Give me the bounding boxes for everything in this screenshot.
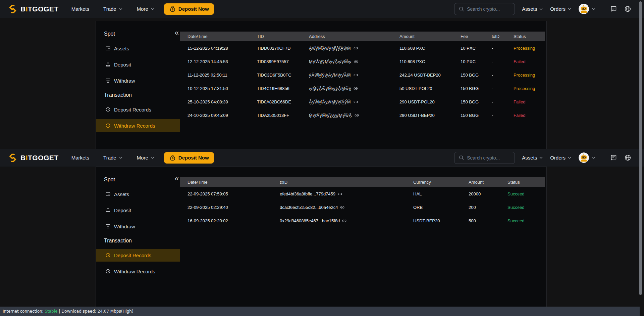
- orders-menu[interactable]: Orders: [550, 155, 572, 161]
- sidebar-collapse-icon[interactable]: «: [175, 175, 179, 182]
- nav-markets[interactable]: Markets: [71, 155, 89, 161]
- deposit-records-view: BITGOGET Markets Trade More Deposit Now …: [0, 149, 644, 307]
- nav-trade[interactable]: Trade: [103, 155, 123, 161]
- link-icon[interactable]: [354, 73, 358, 77]
- obfuscated-address: Ȃ͓y̱̆ẃ͂M̰̋Ǎ́y͓͖ẉ̂M͚̐y̱̏w͓̆Á̰y͛́Ṃ̆: [309, 99, 351, 104]
- chat-support-icon[interactable]: [610, 5, 617, 12]
- address-cell: M͓̂y̱̋W̆͂v̰̑ý͓M͖̐ẉ́y͚̌Ȁ̱w͓͂y̰̆M̑́w͓̣: [309, 59, 399, 64]
- scrollbar-thumb[interactable]: [639, 1, 642, 295]
- address-cell: Ḿ͓w̱̑A̋͂y̰̆M̂́w͖̐ỵ́A͓͚w̱̌M͓̆y̰̏ẃ̆Ạ̑: [309, 113, 399, 118]
- withdraw-records-view: BITGOGET Markets Trade More Deposit Now …: [0, 0, 644, 149]
- brand-logo[interactable]: BITGOGET: [8, 153, 59, 163]
- sidebar-item-deposit[interactable]: Deposit: [96, 202, 180, 218]
- obfuscated-address: w͓̆Ḿ̱y̋͂Â̰w̐́y͖̑Ṃ̌w͓͚ý̱Ă͓M̰̏w͛́ỵ̈: [309, 86, 351, 91]
- top-navbar: BITGOGET Markets Trade More Deposit Now …: [0, 149, 644, 167]
- main-nav: Markets Trade More: [71, 155, 155, 161]
- divider: [603, 6, 603, 12]
- search-input[interactable]: [467, 6, 511, 12]
- tid-cell: TIDA2505013FF: [257, 113, 309, 118]
- amount-cell: 110.608 PXC: [399, 59, 461, 64]
- globe-language-icon[interactable]: [624, 154, 631, 161]
- sidebar-item-deposit[interactable]: Deposit: [96, 56, 180, 73]
- txid-cell: efed4bf36a8fbffe...779d7459: [280, 191, 413, 196]
- link-icon[interactable]: [338, 192, 342, 196]
- fee-cell: 10 PXC: [461, 46, 492, 51]
- connection-state: Stable: [45, 309, 57, 314]
- currency-cell: ORB: [413, 205, 469, 210]
- sidebar-item-deposit-records[interactable]: Deposit Records: [96, 249, 180, 262]
- navbar-right: Assets Orders: [454, 3, 631, 15]
- txid-cell: -: [492, 113, 514, 118]
- assets-icon: [105, 46, 111, 51]
- sidebar-item-assets[interactable]: Assets: [96, 186, 180, 202]
- robot-avatar-icon: [579, 152, 589, 163]
- date-time-cell: 10-12-2025 17:31:50: [187, 86, 257, 91]
- sidebar-item-deposit-records[interactable]: Deposit Records: [96, 101, 180, 118]
- deposit-now-button[interactable]: Deposit Now: [164, 152, 214, 164]
- amount-cell: 500: [469, 218, 507, 223]
- date-time-cell: 11-12-2025 02:50:11: [187, 73, 257, 78]
- column-header: Status: [507, 180, 545, 185]
- nav-markets[interactable]: Markets: [71, 6, 89, 12]
- link-icon[interactable]: [340, 205, 344, 210]
- sidebar-item-withdraw[interactable]: Withdraw: [96, 218, 180, 234]
- search-input[interactable]: [467, 155, 511, 161]
- assets-menu[interactable]: Assets: [522, 155, 543, 161]
- status-badge: Processing: [514, 46, 546, 51]
- deposit-icon: [105, 62, 111, 67]
- amount-cell: 242.24 USDT-BEP20: [399, 73, 461, 78]
- history-clock-icon: [105, 123, 111, 128]
- link-icon[interactable]: [354, 59, 358, 64]
- address-cell: w͓̆Ḿ̱y̋͂Â̰w̐́y͖̑Ṃ̌w͓͚ý̱Ă͓M̰̏w͛́ỵ̈: [309, 86, 399, 91]
- column-header: txID: [492, 34, 514, 39]
- link-icon[interactable]: [354, 100, 358, 104]
- fee-cell: 10 PXC: [461, 59, 492, 64]
- orders-menu[interactable]: Orders: [550, 6, 572, 12]
- obfuscated-address: M͓̂y̱̋W̆͂v̰̑ý͓M͖̐ẉ́y͚̌Ȁ̱w͓͂y̰̆M̑́w͓̣: [309, 59, 352, 64]
- navbar-right: Assets Orders: [454, 152, 631, 164]
- status-badge: Failed: [514, 113, 546, 118]
- status-badge: Succeed: [507, 218, 546, 223]
- account-menu[interactable]: [579, 152, 596, 163]
- link-icon[interactable]: [355, 113, 359, 118]
- globe-language-icon[interactable]: [624, 5, 631, 12]
- sidebar-item-withdraw-records[interactable]: Withdraw Records: [96, 119, 180, 132]
- search-box[interactable]: [454, 3, 515, 15]
- search-box[interactable]: [454, 152, 515, 164]
- nav-more[interactable]: More: [137, 6, 155, 12]
- nav-trade[interactable]: Trade: [103, 6, 123, 12]
- sidebar-item-assets[interactable]: Assets: [96, 40, 180, 56]
- chevron-down-icon: [119, 156, 123, 160]
- connection-label: Internet connection:: [3, 309, 45, 314]
- sidebar-item-withdraw[interactable]: Withdraw: [96, 73, 180, 89]
- amount-cell: 50 USDT-POL20: [399, 86, 461, 91]
- amount-cell: 110.608 PXC: [399, 46, 461, 51]
- obfuscated-address: Ḿ͓w̱̑A̋͂y̰̆M̂́w͖̐ỵ́A͓͚w̱̌M͓̆y̰̏ẃ̆Ạ̑: [309, 113, 352, 118]
- brand-logo[interactable]: BITGOGET: [8, 4, 59, 14]
- assets-menu[interactable]: Assets: [522, 6, 543, 12]
- main-nav: Markets Trade More: [71, 6, 155, 12]
- bitgoget-logo-icon: [8, 4, 17, 14]
- sidebar-heading-spot: Spot: [96, 175, 180, 184]
- table-row: 11-12-2025 02:50:11 TIDC3D6F5B0FC ý͓Ǎ̱…: [180, 68, 546, 82]
- address-cell: Á͓w̐̌y̱̆M͛͂Ạ̑w̏͒ý̰M͖̋v͓̂y̱̐Ä͚ẉ̆Ḿ͘: [309, 46, 399, 51]
- txid-cell: -: [492, 73, 514, 78]
- link-icon[interactable]: [354, 46, 358, 50]
- link-icon[interactable]: [342, 219, 346, 223]
- table-row: 22-09-2025 02:29:40 dcacf6ecf5155c82...b…: [180, 200, 546, 214]
- amount-cell: 290 USDT-BEP20: [399, 113, 461, 118]
- deposit-records-table: Date/Time txID Currency Amount Status 22…: [180, 167, 546, 307]
- nav-more[interactable]: More: [137, 155, 155, 161]
- chevron-down-icon: [539, 156, 543, 160]
- link-icon[interactable]: [354, 86, 358, 91]
- account-menu[interactable]: [579, 4, 596, 14]
- amount-cell: 20000: [469, 191, 507, 196]
- sidebar-item-withdraw-records[interactable]: Withdraw Records: [96, 263, 180, 279]
- fee-cell: 150 BGG: [461, 99, 492, 104]
- column-header: Status: [514, 34, 545, 39]
- sidebar-collapse-icon[interactable]: «: [175, 29, 179, 37]
- chat-support-icon[interactable]: [610, 154, 617, 161]
- amount-cell: 290 USDT-POL20: [399, 99, 461, 104]
- robot-avatar-icon: [579, 4, 589, 14]
- deposit-now-button[interactable]: Deposit Now: [164, 3, 214, 15]
